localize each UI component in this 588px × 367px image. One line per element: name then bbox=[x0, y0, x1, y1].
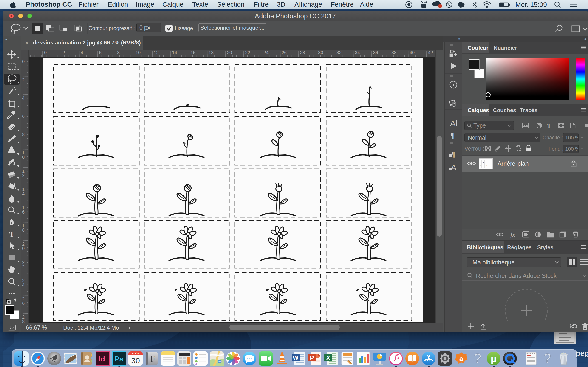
svg-text:280: 280 bbox=[218, 360, 221, 363]
svg-text:?: ? bbox=[474, 351, 481, 366]
svg-text:Mer. 15:09: Mer. 15:09 bbox=[515, 1, 547, 8]
svg-text:µ: µ bbox=[491, 353, 496, 365]
svg-text:AOÛT: AOÛT bbox=[132, 352, 139, 355]
svg-text:fx: fx bbox=[510, 231, 515, 238]
svg-text:F: F bbox=[150, 354, 155, 364]
svg-text:T: T bbox=[547, 123, 551, 129]
svg-text:?: ? bbox=[544, 351, 551, 366]
svg-text:Ps: Ps bbox=[114, 355, 123, 363]
svg-text:*: * bbox=[486, 165, 487, 167]
svg-text:T: T bbox=[9, 230, 15, 239]
svg-text:a: a bbox=[460, 3, 462, 7]
svg-text:A: A bbox=[451, 163, 456, 172]
svg-text:P: P bbox=[310, 354, 314, 361]
svg-text:Id: Id bbox=[99, 355, 105, 363]
svg-text:~: ~ bbox=[489, 166, 490, 168]
svg-text:30: 30 bbox=[131, 356, 140, 365]
svg-text:*: * bbox=[483, 162, 484, 164]
svg-text:~: ~ bbox=[486, 161, 487, 162]
svg-text:*: * bbox=[480, 165, 481, 166]
svg-text:¶: ¶ bbox=[451, 150, 455, 158]
svg-text:~: ~ bbox=[480, 161, 481, 162]
svg-text:~: ~ bbox=[483, 166, 484, 168]
svg-text:a: a bbox=[459, 355, 463, 362]
svg-text:W: W bbox=[293, 354, 299, 361]
svg-text:X: X bbox=[326, 354, 330, 361]
svg-text:A: A bbox=[450, 119, 456, 127]
svg-text:¶: ¶ bbox=[451, 131, 454, 140]
svg-text:*: * bbox=[489, 162, 490, 164]
